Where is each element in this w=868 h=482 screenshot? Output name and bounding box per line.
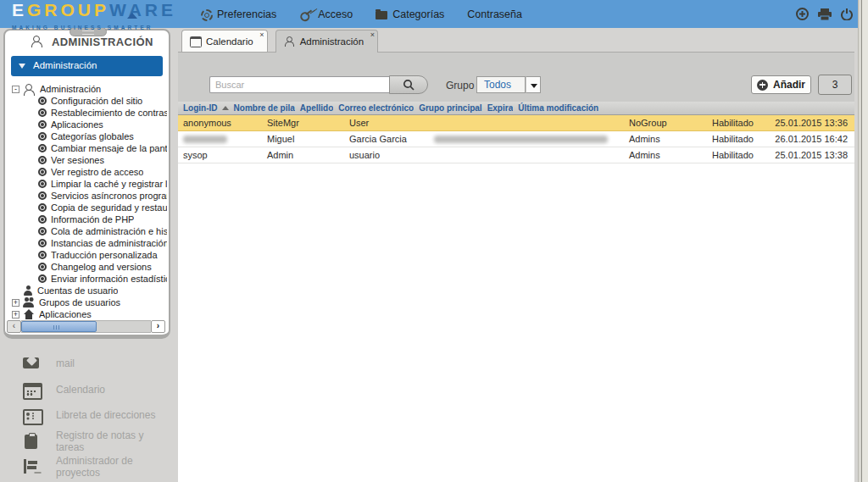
tree-item[interactable]: Changelog and versions [5,261,167,273]
tree-expander[interactable] [27,228,35,235]
app-shortcut[interactable]: Registro de notas y tareas [0,429,170,455]
app-label: mail [56,357,75,369]
tree-item[interactable]: Ver sesiones [5,154,167,166]
column-header[interactable]: Apellido [295,102,333,114]
tree-item-icon [38,191,47,200]
tree-item[interactable]: Aplicaciones [5,119,167,130]
top-menu-item[interactable]: Preferencias [200,8,276,20]
table-header: Login-ID Nombre de pila Apellido Correo … [178,102,854,115]
tree-item[interactable]: + Aplicaciones [5,308,167,320]
tree-expander[interactable] [27,97,35,105]
app-shortcut[interactable]: Calendario [0,377,170,403]
tree-expander[interactable] [27,204,35,212]
tree-expander[interactable] [27,109,35,117]
search-input[interactable] [209,76,389,93]
tab[interactable]: Calendario × [181,30,268,52]
tree-item[interactable]: Categorías globales [5,130,167,142]
tree-item-icon [38,97,47,105]
tree-item[interactable]: Ver registro de acceso [5,166,167,178]
tree-item[interactable]: - Administración [5,83,167,95]
tree-item[interactable]: Configuración del sitio [5,95,167,107]
app-label: Libreta de direcciones [56,409,155,421]
menu-icon [200,8,212,20]
app-shortcut[interactable]: Administrador de proyectos [0,454,170,480]
tree-expander[interactable] [27,145,35,152]
tree-item[interactable]: Copia de seguridad y restauració [5,202,167,213]
sidebar-app-header[interactable]: Administración [11,56,163,76]
tree-item[interactable]: Restablecimiento de contraseña de [5,107,167,119]
column-header[interactable]: Nombre de pila [229,102,295,114]
top-menu-item[interactable]: Categorías [376,8,444,20]
menu-label: Preferencias [217,8,276,20]
tree-item[interactable]: + Grupos de usuarios [5,296,167,308]
tree-item-icon [38,156,47,164]
app-shortcut[interactable]: mail [0,351,170,377]
tree-expander[interactable] [27,240,35,247]
tree-item-label: Aplicaciones [39,309,92,319]
cell-expires: Habilitado [707,147,765,163]
column-header[interactable]: Expira [482,102,514,114]
tree-expander[interactable] [27,133,35,141]
plus-circle-icon[interactable] [796,8,809,20]
tree-expander[interactable] [27,180,35,188]
tree-item[interactable]: Instancias de administración rem [5,237,167,249]
sort-asc-icon [222,106,229,110]
cell-modified: 26.01.2015 16:42 [765,131,854,147]
sidebar-panel: ADMINISTRACIÓN Administración - Administ… [3,29,170,339]
tree-item[interactable]: Cola de administración e historial [5,225,167,237]
app-label: Calendario [56,384,105,396]
table-row[interactable]: sysop Admin usuario Admins Habilitado 25… [178,147,854,163]
table-row[interactable]: Miguel Garcia Garcia Admins Habilitado 2… [178,131,854,147]
tree-expander[interactable] [27,263,35,271]
tree-expander[interactable] [27,157,35,164]
app-icon [22,458,41,475]
column-header[interactable]: Grupo principal [414,102,481,114]
tree-expander[interactable] [27,216,35,224]
tree-item-label: Cuentas de usuario [37,285,118,296]
tree-item[interactable]: Cambiar mensaje de la pantalla pr [5,142,167,154]
printer-icon[interactable] [818,8,832,20]
chevron-down-icon[interactable] [526,76,541,93]
group-filter-dropdown[interactable]: Todos [476,76,541,93]
tree-expander[interactable]: - [12,86,19,93]
scroll-thumb[interactable] [21,321,97,332]
scroll-left-button[interactable]: ‹ [7,320,21,333]
tree-item[interactable]: Información de PHP [5,213,167,225]
tree-expander[interactable]: + [12,299,19,307]
scroll-track[interactable] [21,320,151,333]
tree-expander[interactable] [27,275,35,283]
tab-close-icon[interactable]: × [370,30,375,39]
tree-item[interactable]: Enviar información estadística [5,273,167,285]
tree-expander[interactable] [27,252,35,259]
table-row[interactable]: anonymous SiteMgr User NoGroup Habilitad… [178,115,854,131]
group-filter-value[interactable]: Todos [476,76,526,93]
tree-item-label: Información de PHP [51,214,134,224]
tree-item[interactable]: Cuentas de usuario [5,285,167,296]
search-button[interactable] [389,75,428,94]
column-header[interactable]: Login-ID [178,102,229,114]
column-header[interactable]: Correo electrónico [333,102,414,114]
chevron-up-icon[interactable] [127,8,137,14]
tree-expander[interactable] [27,192,35,200]
add-user-button[interactable]: Añadir [751,75,811,94]
column-header[interactable]: Última modificación [513,102,598,114]
tree-item[interactable]: Servicios asíncronos programado [5,190,167,202]
power-icon[interactable] [841,8,853,20]
tree-expander[interactable] [27,169,35,176]
row-count-badge[interactable]: 3 [818,75,852,95]
app-shortcut[interactable]: Libreta de direcciones [0,402,170,429]
tree-item[interactable]: Limpiar la caché y registrar los ho [5,178,167,190]
top-menu-item[interactable]: Contraseña [467,8,522,20]
tree-expander[interactable] [12,287,19,295]
tree-item-label: Ver registro de acceso [51,167,143,177]
window-scrollbar-strip[interactable] [858,0,868,482]
tree-expander[interactable]: + [12,311,19,319]
tree-item[interactable]: Traducción personalizada [5,249,167,261]
top-menu-item[interactable]: Acceso [299,8,353,20]
scroll-right-button[interactable]: › [151,320,165,333]
tree-item-label: Enviar información estadística [51,274,167,284]
tab-close-icon[interactable]: × [259,30,264,39]
egroupware-logo: EGROUPWARE MAKING BUSINESS SMARTER [12,2,176,36]
tree-expander[interactable] [27,121,35,129]
tab[interactable]: Administración × [275,30,378,53]
